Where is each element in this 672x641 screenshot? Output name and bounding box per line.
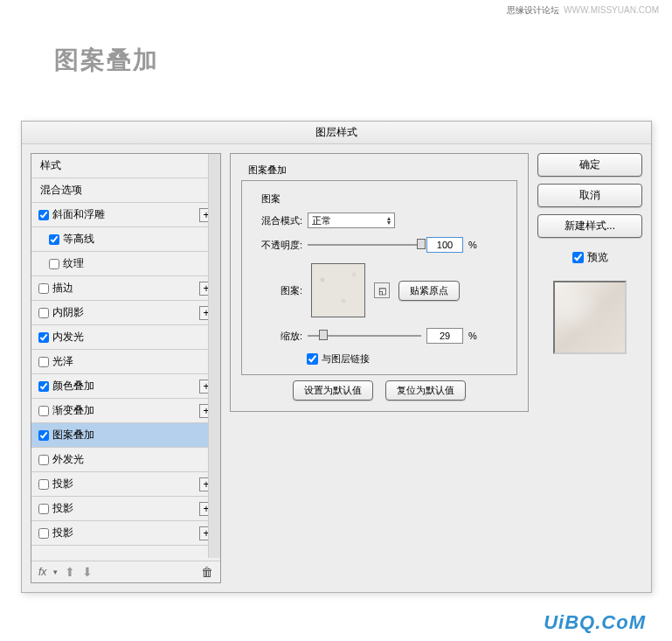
- blend-mode-row: 混合模式: 正常 ▴▾: [254, 213, 504, 228]
- credit-text: 思缘设计论坛: [507, 5, 559, 15]
- settings-panel: 图案叠加 图案 混合模式: 正常 ▴▾ 不透明度:: [230, 153, 529, 583]
- opacity-input[interactable]: [426, 237, 463, 253]
- percent-label-2: %: [468, 331, 477, 341]
- trash-icon[interactable]: 🗑: [201, 565, 213, 579]
- pattern-label: 图案:: [254, 284, 302, 297]
- style-label: 图案叠加: [52, 428, 94, 442]
- opacity-slider-thumb[interactable]: [417, 239, 426, 249]
- style-item-3[interactable]: 描边+: [31, 276, 220, 301]
- style-checkbox[interactable]: [38, 528, 49, 539]
- style-label: 光泽: [52, 354, 73, 369]
- style-item-4[interactable]: 内阴影+: [31, 301, 220, 325]
- style-label: 颜色叠加: [52, 379, 94, 394]
- pattern-swatch[interactable]: [311, 263, 365, 317]
- style-checkbox[interactable]: [38, 332, 49, 343]
- opacity-slider[interactable]: [308, 244, 421, 246]
- source-credit: 思缘设计论坛 WWW.MISSYUAN.COM: [507, 4, 659, 17]
- reset-default-button[interactable]: 复位为默认值: [385, 380, 466, 401]
- style-item-7[interactable]: 颜色叠加+: [31, 374, 220, 399]
- default-buttons: 设置为默认值 复位为默认值: [241, 380, 517, 401]
- link-layer-row[interactable]: 与图层链接: [307, 352, 504, 366]
- new-pattern-icon[interactable]: ◱: [374, 282, 390, 298]
- style-label: 投影: [52, 526, 73, 540]
- style-checkbox[interactable]: [38, 308, 49, 318]
- style-label: 投影: [52, 501, 73, 516]
- style-checkbox[interactable]: [38, 381, 49, 392]
- styles-list: 样式 混合选项 斜面和浮雕+等高线纹理描边+内阴影+内发光光泽颜色叠加+渐变叠加…: [31, 154, 220, 561]
- group-title: 图案叠加: [245, 164, 290, 177]
- style-checkbox[interactable]: [38, 504, 49, 514]
- style-item-8[interactable]: 渐变叠加+: [31, 399, 220, 423]
- style-label: 外发光: [52, 452, 84, 467]
- right-panel: 确定 取消 新建样式... 预览: [537, 153, 642, 583]
- style-label: 纹理: [63, 256, 84, 271]
- preview-checkbox[interactable]: [572, 252, 584, 263]
- style-checkbox[interactable]: [49, 259, 59, 269]
- inner-group-title: 图案: [258, 192, 284, 206]
- styles-footer: fx▾ ⬆ ⬇ 🗑: [31, 561, 220, 582]
- opacity-row: 不透明度: %: [254, 237, 504, 253]
- styles-panel: 样式 混合选项 斜面和浮雕+等高线纹理描边+内阴影+内发光光泽颜色叠加+渐变叠加…: [31, 153, 221, 583]
- new-style-button[interactable]: 新建样式...: [537, 214, 642, 238]
- fx-icon[interactable]: fx: [38, 566, 46, 578]
- style-checkbox[interactable]: [38, 406, 49, 416]
- blend-mode-select[interactable]: 正常 ▴▾: [308, 213, 395, 228]
- style-item-11[interactable]: 投影+: [31, 472, 220, 497]
- style-checkbox[interactable]: [49, 234, 59, 245]
- style-item-12[interactable]: 投影+: [31, 497, 220, 521]
- pattern-group: 图案 混合模式: 正常 ▴▾ 不透明度:: [241, 180, 517, 375]
- style-item-13[interactable]: 投影+: [31, 521, 220, 546]
- blend-mode-label: 混合模式:: [254, 214, 302, 227]
- percent-label: %: [468, 240, 477, 250]
- style-label: 渐变叠加: [52, 403, 94, 418]
- style-label: 等高线: [63, 232, 94, 247]
- style-label: 内阴影: [52, 305, 84, 320]
- snap-origin-button[interactable]: 贴紧原点: [398, 281, 460, 301]
- style-label: 投影: [52, 477, 73, 491]
- style-label: 内发光: [52, 330, 84, 345]
- set-default-button[interactable]: 设置为默认值: [293, 380, 373, 401]
- move-down-icon[interactable]: ⬇: [82, 565, 93, 579]
- link-layer-checkbox[interactable]: [307, 353, 318, 365]
- dialog-title: 图层样式: [22, 122, 651, 144]
- layer-style-dialog: 图层样式 样式 混合选项 斜面和浮雕+等高线纹理描边+内阴影+内发光光泽颜色叠加…: [21, 121, 652, 593]
- style-checkbox[interactable]: [38, 210, 49, 220]
- preview-swatch: [553, 281, 627, 354]
- preview-toggle[interactable]: 预览: [537, 250, 642, 265]
- style-checkbox[interactable]: [38, 455, 49, 465]
- page-title: 图案叠加: [54, 44, 672, 77]
- scale-slider[interactable]: [308, 335, 421, 337]
- link-layer-label: 与图层链接: [322, 352, 370, 366]
- style-item-6[interactable]: 光泽: [31, 350, 220, 374]
- style-checkbox[interactable]: [38, 479, 49, 490]
- move-up-icon[interactable]: ⬆: [65, 565, 75, 579]
- blend-options[interactable]: 混合选项: [31, 178, 220, 203]
- style-checkbox[interactable]: [38, 430, 49, 441]
- styles-root[interactable]: 样式: [31, 154, 220, 178]
- pattern-row: 图案: ◱ 贴紧原点: [254, 263, 504, 317]
- style-label: 斜面和浮雕: [52, 207, 105, 222]
- style-label: 描边: [52, 281, 73, 296]
- style-item-2[interactable]: 纹理: [31, 252, 220, 276]
- scrollbar[interactable]: [208, 154, 220, 558]
- scale-input[interactable]: [426, 328, 463, 344]
- preview-label: 预览: [587, 250, 608, 265]
- style-item-1[interactable]: 等高线: [31, 227, 220, 252]
- style-item-10[interactable]: 外发光: [31, 448, 220, 472]
- scale-row: 缩放: %: [254, 328, 504, 344]
- scale-slider-thumb[interactable]: [319, 330, 328, 340]
- opacity-label: 不透明度:: [254, 239, 302, 252]
- style-item-9[interactable]: 图案叠加: [31, 423, 220, 448]
- ok-button[interactable]: 确定: [537, 153, 642, 177]
- watermark: UiBQ.CoM: [544, 611, 646, 634]
- style-item-5[interactable]: 内发光: [31, 325, 220, 350]
- pattern-overlay-group: 图案叠加 图案 混合模式: 正常 ▴▾ 不透明度:: [230, 153, 529, 412]
- credit-url: WWW.MISSYUAN.COM: [564, 5, 659, 15]
- style-checkbox[interactable]: [38, 357, 49, 367]
- style-item-0[interactable]: 斜面和浮雕+: [31, 203, 220, 227]
- style-checkbox[interactable]: [38, 283, 49, 294]
- cancel-button[interactable]: 取消: [537, 184, 642, 207]
- scale-label: 缩放:: [254, 330, 302, 343]
